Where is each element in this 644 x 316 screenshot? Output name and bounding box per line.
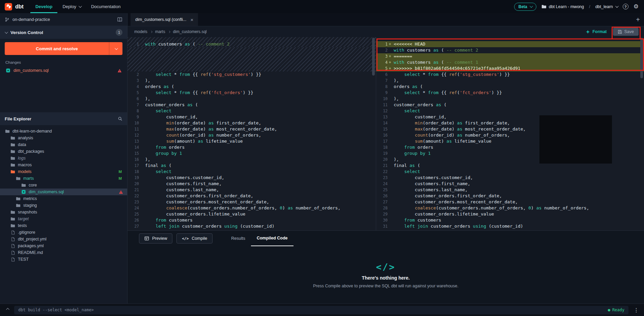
docs-book-icon[interactable] xyxy=(117,17,122,22)
code-line[interactable]: 1with customers as ( -- comment 2 xyxy=(128,41,376,47)
code-line[interactable]: 13 sum(amount) as lifetime_value xyxy=(128,138,376,144)
tree-item-test[interactable]: TEST xyxy=(0,256,127,263)
code-line[interactable]: 24 coalesce(customer_orders.number_of_or… xyxy=(128,205,376,211)
code-line[interactable]: 8orders as ( xyxy=(376,84,644,90)
code-line[interactable]: 10), xyxy=(376,96,644,102)
tree-item-packages-yml[interactable]: packages.yml xyxy=(0,242,127,249)
tree-item--gitignore[interactable]: .gitignore xyxy=(0,229,127,236)
settings-gear-icon[interactable]: ⚙ xyxy=(634,4,639,9)
editor-current-version[interactable]: 1with customers as ( -- comment 22 selec… xyxy=(128,37,376,230)
save-button[interactable]: Save xyxy=(613,28,639,36)
tree-item-marts[interactable]: martsM xyxy=(0,175,127,182)
beta-selector[interactable]: Beta xyxy=(514,3,536,11)
code-line[interactable]: 19 customers.customer_id, xyxy=(128,175,376,181)
code-line[interactable]: 9 customer_id, xyxy=(128,114,376,120)
file-explorer-header[interactable]: File Explorer xyxy=(0,112,127,125)
code-line[interactable]: 3+======= xyxy=(376,53,644,59)
code-line[interactable]: 12 count(order_id) as number_of_orders, xyxy=(128,132,376,138)
tree-item-core[interactable]: core xyxy=(0,182,127,189)
code-line[interactable]: 23 customers.customer_id, xyxy=(376,175,644,181)
code-line[interactable]: 25 customers.last_name, xyxy=(376,187,644,193)
code-line[interactable]: 11customer_orders as ( xyxy=(376,102,644,108)
tree-item-dbt-learn-on-demand[interactable]: dbt-learn-on-demand xyxy=(0,128,127,135)
tree-item-metrics[interactable]: metrics xyxy=(0,195,127,202)
scrollbar-thumb[interactable] xyxy=(640,38,643,78)
compile-button[interactable]: </> Compile xyxy=(176,233,213,243)
tree-item-data[interactable]: data xyxy=(0,141,127,148)
code-line[interactable]: 20 customers.first_name, xyxy=(128,181,376,187)
tree-item-target[interactable]: target xyxy=(0,216,127,222)
nav-item-develop[interactable]: Develop xyxy=(30,0,58,13)
nav-item-deploy[interactable]: Deploy xyxy=(57,0,86,13)
new-tab-icon[interactable]: + xyxy=(636,16,640,23)
code-line[interactable]: 17final as ( xyxy=(128,163,376,169)
search-icon[interactable] xyxy=(118,116,122,121)
code-line[interactable]: 8 select xyxy=(128,108,376,114)
branch-selector[interactable]: on-demand-practice xyxy=(0,13,127,26)
code-line[interactable]: 21 customers.last_name, xyxy=(128,187,376,193)
tree-item-logs[interactable]: logs xyxy=(0,155,127,162)
code-line[interactable]: 7), xyxy=(376,78,644,84)
format-button[interactable]: Format xyxy=(586,29,607,34)
code-line[interactable]: 31 left join customer_orders using (cust… xyxy=(376,223,644,229)
project-selector[interactable]: dbt_learn xyxy=(595,4,618,9)
code-line[interactable]: 14 from orders xyxy=(128,144,376,150)
preview-button[interactable]: Preview xyxy=(139,233,172,243)
code-line[interactable]: 26 from customers xyxy=(128,217,376,223)
code-line[interactable]: 18 select xyxy=(128,169,376,175)
tab-results[interactable]: Results xyxy=(225,231,251,246)
changed-file-row[interactable]: dim_customers.sql xyxy=(5,67,122,74)
tree-item-dbt-project-yml[interactable]: dbt_project.yml xyxy=(0,236,127,242)
code-line[interactable]: 4+with customers as ( -- comment 1 xyxy=(376,59,644,65)
tree-item-dbt-packages[interactable]: dbt_packages xyxy=(0,148,127,155)
code-line[interactable]: 25 customer_orders.lifetime_value xyxy=(128,211,376,217)
commit-options-button[interactable] xyxy=(109,42,122,55)
kebab-menu-icon[interactable]: ⋮ xyxy=(632,307,641,313)
tab-dim-customers[interactable]: dim_customers.sql (confli... × xyxy=(131,13,198,26)
code-line[interactable]: 15 group by 1 xyxy=(128,150,376,156)
code-line[interactable]: 6), xyxy=(128,96,376,102)
command-input[interactable]: dbt build --select <model_name> ● Ready xyxy=(14,306,628,314)
close-tab-icon[interactable]: × xyxy=(190,17,193,22)
code-line[interactable]: 12 select xyxy=(376,108,644,114)
code-line[interactable]: 28 coalesce(customer_orders.number_of_or… xyxy=(376,205,644,211)
tree-item-models[interactable]: modelsM xyxy=(0,168,127,175)
expand-panel-icon[interactable] xyxy=(3,309,11,311)
tree-item-staging[interactable]: staging xyxy=(0,202,127,209)
code-line[interactable]: 16), xyxy=(128,156,376,163)
code-line[interactable]: 2with customers as ( -- comment 2 xyxy=(376,47,644,53)
commit-and-resolve-button[interactable]: Commit and resolve xyxy=(5,42,122,55)
code-line[interactable]: 27 left join customer_orders using (cust… xyxy=(128,223,376,229)
code-line[interactable]: 6 select * from {{ ref('stg_customers') … xyxy=(376,71,644,78)
version-control-header[interactable]: Version Control 1 xyxy=(0,26,127,39)
tree-item-readme-md[interactable]: README.md xyxy=(0,249,127,256)
code-line[interactable]: 27 customer_orders.most_recent_order_dat… xyxy=(376,199,644,205)
code-line[interactable]: 9 select * from {{ ref('fct_orders') }} xyxy=(376,90,644,96)
tree-item-macros[interactable]: macros xyxy=(0,162,127,168)
code-line[interactable]: 22 select xyxy=(376,169,644,175)
code-line[interactable]: 23 customer_orders.most_recent_order_dat… xyxy=(128,199,376,205)
code-line[interactable]: 10 min(order_date) as first_order_date, xyxy=(128,120,376,126)
code-line[interactable]: 7customer_orders as ( xyxy=(128,102,376,108)
tree-item-tests[interactable]: tests xyxy=(0,222,127,229)
help-icon[interactable]: ? xyxy=(623,4,628,9)
nav-item-documentation[interactable]: Documentation xyxy=(86,0,125,13)
account-selector[interactable]: dbt Learn - mwong xyxy=(541,4,584,9)
tree-item-snapshots[interactable]: snapshots xyxy=(0,209,127,216)
scrollbar-thumb[interactable] xyxy=(372,38,375,76)
code-line[interactable]: 5 select * from {{ ref('fct_orders') }} xyxy=(128,90,376,96)
tree-item-dim-customers-sql[interactable]: dim_customers.sql xyxy=(0,189,127,195)
code-line[interactable]: 3), xyxy=(128,78,376,84)
code-line[interactable]: 11 max(order_date) as most_recent_order_… xyxy=(128,126,376,132)
code-line[interactable]: 26 customer_orders.first_order_date, xyxy=(376,193,644,199)
code-line[interactable]: 2 select * from {{ ref('stg_customers') … xyxy=(128,71,376,78)
code-line[interactable]: 30 from customers xyxy=(376,217,644,223)
dbt-logo[interactable]: dbt xyxy=(0,0,30,13)
code-line[interactable]: 22 customer_orders.first_order_date, xyxy=(128,193,376,199)
tree-item-analysis[interactable]: analysis xyxy=(0,135,127,141)
tab-compiled-code[interactable]: Compiled Code xyxy=(251,231,293,246)
code-line[interactable]: 29 customer_orders.lifetime_value xyxy=(376,211,644,217)
code-line[interactable]: 4orders as ( xyxy=(128,84,376,90)
code-line[interactable]: 24 customers.first_name, xyxy=(376,181,644,187)
code-line[interactable]: 5+>>>>>>> b81f802a66fd544504c65721e3ffaa… xyxy=(376,65,644,71)
